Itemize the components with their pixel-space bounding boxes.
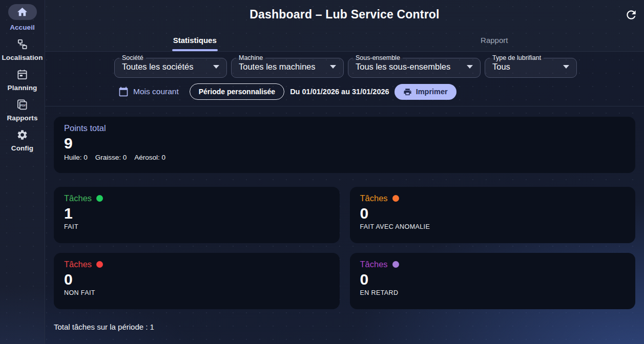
chevron-down-icon <box>467 65 473 69</box>
societe-select[interactable]: Société Toutes les sociétés <box>114 54 227 78</box>
refresh-button[interactable] <box>624 8 638 23</box>
type-lubrifiant-select[interactable]: Type de lubrifiant Tous <box>485 54 577 78</box>
task-cards-grid: Tâches 1 FAIT Tâches 0 FAIT AVEC ANOMALI… <box>54 187 635 309</box>
chevron-down-icon <box>563 65 569 69</box>
tab-statistiques[interactable]: Statistiques <box>45 29 345 51</box>
filters-section: Société Toutes les sociétés Machine Tout… <box>45 52 644 106</box>
task-card-non-fait: Tâches 0 NON FAIT <box>54 253 340 309</box>
sidebar-item-label: Accueil <box>10 24 35 31</box>
task-card-title: Tâches <box>360 193 388 203</box>
sidebar-item-label: Rapports <box>7 114 37 122</box>
breakdown-aerosol: Aérosol: 0 <box>134 154 165 161</box>
home-pill <box>8 4 37 20</box>
breakdown-graisse: Graisse: 0 <box>95 154 127 161</box>
chevron-down-icon <box>330 65 336 69</box>
task-card-value: 1 <box>64 205 329 223</box>
calendar-icon <box>16 69 28 80</box>
sidebar-item-label: Planning <box>8 84 37 92</box>
print-button[interactable]: Imprimer <box>394 84 456 100</box>
status-dot-red <box>96 261 103 268</box>
points-total-title: Points total <box>64 123 625 133</box>
sidebar-item-rapports[interactable]: PDF Rapports <box>7 99 37 122</box>
points-breakdown: Huile: 0 Graisse: 0 Aérosol: 0 <box>64 154 625 161</box>
task-card-en-retard: Tâches 0 EN RETARD <box>350 253 636 309</box>
main-area: Dashboard – Lub Service Control Statisti… <box>45 0 644 344</box>
sidebar-item-label: Localisation <box>2 54 43 61</box>
machine-select-value: Toutes les machines <box>239 62 316 72</box>
task-card-title: Tâches <box>64 260 92 269</box>
task-card-value: 0 <box>360 271 626 289</box>
task-card-value: 0 <box>360 205 626 223</box>
task-card-fait: Tâches 1 FAIT <box>54 187 340 243</box>
task-card-status: EN RETARD <box>360 289 626 296</box>
sidebar-item-config[interactable]: Config <box>11 129 33 152</box>
home-icon <box>16 6 28 18</box>
sidebar: Accueil Localisation Planning <box>0 0 45 344</box>
total-tasks-text: Total tâches sur la période : 1 <box>54 322 635 331</box>
sidebar-item-planning[interactable]: Planning <box>8 69 37 92</box>
task-card-value: 0 <box>64 271 329 289</box>
content-area: Points total 9 Huile: 0 Graisse: 0 Aéros… <box>45 106 644 331</box>
societe-select-value: Toutes les sociétés <box>122 62 193 72</box>
printer-icon <box>403 88 412 96</box>
tab-label: Rapport <box>481 36 508 45</box>
tab-label: Statistiques <box>173 36 217 45</box>
breakdown-huile: Huile: 0 <box>64 154 88 161</box>
calendar-outline-icon <box>118 87 129 97</box>
task-card-status: FAIT <box>64 223 329 230</box>
custom-period-button[interactable]: Période personnalisée <box>190 83 284 100</box>
task-card-status: FAIT AVEC ANOMALIE <box>360 223 626 230</box>
sous-ensemble-select-label: Sous-ensemble <box>353 54 403 61</box>
sitemap-icon <box>16 38 28 50</box>
sidebar-item-accueil[interactable]: Accueil <box>8 4 37 31</box>
tab-rapport[interactable]: Rapport <box>345 29 644 51</box>
chevron-down-icon <box>213 65 219 69</box>
societe-select-label: Société <box>119 54 146 61</box>
status-dot-green <box>96 195 103 202</box>
points-total-card: Points total 9 Huile: 0 Graisse: 0 Aéros… <box>54 117 635 173</box>
task-card-fait-avec-anomalie: Tâches 0 FAIT AVEC ANOMALIE <box>350 187 636 243</box>
header: Dashboard – Lub Service Control Statisti… <box>45 0 644 52</box>
type-lubrifiant-select-label: Type de lubrifiant <box>490 54 544 61</box>
current-month-label: Mois courant <box>133 87 179 96</box>
machine-select[interactable]: Machine Toutes les machines <box>231 54 344 78</box>
task-card-status: NON FAIT <box>64 289 329 296</box>
points-total-value: 9 <box>64 135 625 153</box>
print-button-label: Imprimer <box>416 88 448 96</box>
date-range-text: Du 01/01/2026 au 31/01/2026 <box>290 88 389 96</box>
gear-icon <box>16 129 28 141</box>
sous-ensemble-select-value: Tous les sous-ensembles <box>356 62 450 72</box>
machine-select-label: Machine <box>236 54 265 61</box>
page-title: Dashboard – Lub Service Control <box>250 8 439 22</box>
task-card-title: Tâches <box>360 260 388 269</box>
svg-text:PDF: PDF <box>20 104 26 107</box>
refresh-icon <box>625 15 638 23</box>
type-lubrifiant-select-value: Tous <box>492 62 510 72</box>
tab-bar: Statistiques Rapport <box>45 29 644 51</box>
status-dot-orange <box>392 195 399 202</box>
current-month-button[interactable]: Mois courant <box>118 87 179 97</box>
pdf-report-icon: PDF <box>16 99 28 111</box>
sidebar-item-label: Config <box>11 144 33 152</box>
sous-ensemble-select[interactable]: Sous-ensemble Tous les sous-ensembles <box>348 54 481 78</box>
status-dot-purple <box>392 261 399 268</box>
task-card-title: Tâches <box>64 193 92 203</box>
sidebar-item-localisation[interactable]: Localisation <box>2 38 43 61</box>
